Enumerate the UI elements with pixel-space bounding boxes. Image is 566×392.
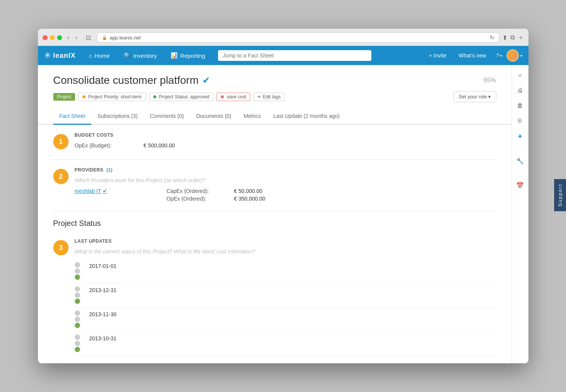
provider-link[interactable]: meshlab IT ✔	[75, 188, 151, 194]
opex-ordered-label: OpEx (Ordered):	[167, 196, 228, 202]
page-header: Consolidate customer platform ✔ 65% Proj…	[38, 65, 512, 102]
settings-icon[interactable]: 🔧	[513, 154, 527, 168]
support-button[interactable]: Support	[554, 179, 566, 211]
section-budget-costs: 1 BUDGET COSTS OpEx (Budget): € 500,000.…	[53, 125, 496, 160]
tab-fact-sheet[interactable]: Fact Sheet	[53, 108, 92, 125]
traffic-light-1	[75, 262, 80, 280]
last-updates-title: LAST UPDATES	[75, 238, 496, 244]
main-content: Consolidate customer platform ✔ 65% Proj…	[38, 65, 512, 363]
tab-view-button[interactable]: ⊡	[83, 33, 94, 42]
home-label: Home	[95, 52, 110, 59]
add-tab-button[interactable]: ＋	[518, 34, 524, 42]
opex-ordered-value: € 350,000.00	[234, 196, 266, 202]
traffic-lights	[43, 35, 62, 40]
tag-project: Project	[53, 93, 75, 101]
nav-home[interactable]: ⌂ Home	[82, 46, 117, 65]
print-icon[interactable]: 🖨	[513, 83, 527, 97]
add-icon[interactable]: +	[513, 129, 527, 143]
help-icon: ?	[496, 52, 499, 59]
provider-row: meshlab IT ✔ CapEx (Ordered): € 50,000.0…	[75, 188, 496, 203]
page-title: Consolidate customer platform ✔	[53, 74, 210, 87]
forward-button[interactable]: ›	[73, 33, 80, 42]
tl-yellow-4	[75, 341, 80, 346]
help-chevron-icon: ▾	[500, 54, 502, 58]
delete-icon[interactable]: 🗑	[513, 99, 527, 113]
page-title-text: Consolidate customer platform	[53, 74, 199, 87]
back-button[interactable]: ‹	[65, 33, 72, 42]
share-button[interactable]: ⬆	[502, 34, 507, 42]
opex-budget-row: OpEx (Budget): € 500,000.00	[75, 142, 496, 149]
capex-value: € 50,000.00	[234, 188, 262, 194]
avatar[interactable]	[507, 49, 519, 62]
last-updates-placeholder: What is the current status of this Proje…	[75, 248, 496, 255]
tag-status: Project Status: approved	[149, 93, 214, 101]
section-number-3: 3	[53, 240, 69, 255]
section-last-updates: 3 LAST UPDATES What is the current statu…	[53, 231, 496, 363]
reload-button[interactable]: ↻	[490, 34, 494, 41]
tl-green-3	[75, 323, 80, 328]
nav-inventory[interactable]: 🔍 Inventory	[117, 46, 164, 65]
logo-text: leanIX	[53, 52, 76, 60]
browser-actions: ⬆ ⧉ ＋	[502, 34, 524, 42]
capex-label: CapEx (Ordered):	[167, 188, 228, 194]
set-role-button[interactable]: Set your role ▾	[454, 91, 496, 102]
priority-dot-icon	[82, 95, 85, 98]
help-button[interactable]: ? ▾	[493, 51, 505, 60]
progress-text: 65%	[484, 77, 496, 84]
providers-body: PROVIDERS (1) Which Providers work for t…	[75, 167, 496, 203]
providers-placeholder: Which Providers work for this Project (o…	[75, 177, 496, 183]
invite-button[interactable]: + Invite	[423, 50, 452, 61]
edit-tags-button[interactable]: ✏ Edit tags	[253, 93, 285, 101]
nav-reporting[interactable]: 📊 Reporting	[164, 46, 212, 65]
tl-red-4	[75, 335, 80, 340]
verified-provider-icon: ✔	[103, 188, 107, 194]
maximize-button[interactable]	[57, 35, 62, 40]
home-icon: ⌂	[89, 52, 92, 59]
project-status-heading: Project Status	[38, 211, 512, 228]
tl-green-4	[75, 347, 80, 352]
address-bar[interactable]: 🔒 app.leanix.net ↻	[97, 33, 499, 42]
tab-last-update[interactable]: Last Update (2 months ago)	[267, 108, 346, 125]
whats-new-button[interactable]: What's new	[453, 50, 492, 61]
fact-sheet-body: 1 BUDGET COSTS OpEx (Budget): € 500,000.…	[38, 125, 512, 211]
provider-costs: CapEx (Ordered): € 50,000.00 OpEx (Order…	[167, 188, 266, 203]
minimize-button[interactable]	[50, 35, 55, 40]
collapse-sidebar-button[interactable]: «	[513, 68, 527, 82]
duplicate-button[interactable]: ⧉	[510, 34, 515, 42]
budget-costs-title: BUDGET COSTS	[75, 132, 496, 138]
update-row-3: 2013-11-30	[75, 307, 496, 332]
tl-yellow-1	[75, 268, 80, 274]
copy-icon[interactable]: ⎘	[513, 114, 527, 128]
last-updates-body: LAST UPDATES What is the current status …	[75, 238, 496, 356]
chart-icon: 📊	[171, 52, 178, 59]
capex-row: CapEx (Ordered): € 50,000.00	[167, 188, 266, 194]
lock-icon: 🔒	[102, 35, 107, 40]
tabs: Fact Sheet Subscriptions (3) Comments (0…	[38, 108, 512, 125]
tab-subscriptions[interactable]: Subscriptions (3)	[91, 108, 144, 125]
update-row-4: 2013-10-31	[75, 332, 496, 356]
page-title-row: Consolidate customer platform ✔ 65%	[53, 74, 496, 87]
tl-green-2	[75, 299, 80, 304]
app: ✳ leanIX ⌂ Home 🔍 Inventory 📊 Reporting …	[38, 46, 528, 363]
traffic-light-3	[75, 310, 80, 328]
providers-title: PROVIDERS (1)	[75, 167, 496, 173]
jump-to-search-input[interactable]	[218, 50, 371, 61]
close-button[interactable]	[43, 35, 48, 40]
traffic-light-4	[75, 335, 80, 352]
opex-budget-value: € 500,000.00	[144, 142, 175, 149]
update-date-2: 2013-12-31	[89, 286, 117, 293]
project-status-content: 3 LAST UPDATES What is the current statu…	[38, 228, 512, 363]
tab-documents[interactable]: Documents (0)	[190, 108, 238, 125]
tag-savecost: save cost	[217, 93, 250, 101]
tab-comments[interactable]: Comments (0)	[144, 108, 190, 125]
update-date-3: 2013-11-30	[89, 310, 117, 317]
search-icon: 🔍	[124, 52, 131, 59]
tab-metrics[interactable]: Metrics	[238, 108, 267, 125]
opex-ordered-row: OpEx (Ordered): € 350,000.00	[167, 196, 266, 202]
tl-green-1	[75, 274, 80, 280]
url-text: app.leanix.net	[110, 35, 141, 41]
logo[interactable]: ✳ leanIX	[44, 51, 76, 60]
calendar-icon[interactable]: 📅	[513, 178, 527, 192]
tl-red-1	[75, 262, 80, 268]
update-date-4: 2013-10-31	[89, 335, 117, 341]
